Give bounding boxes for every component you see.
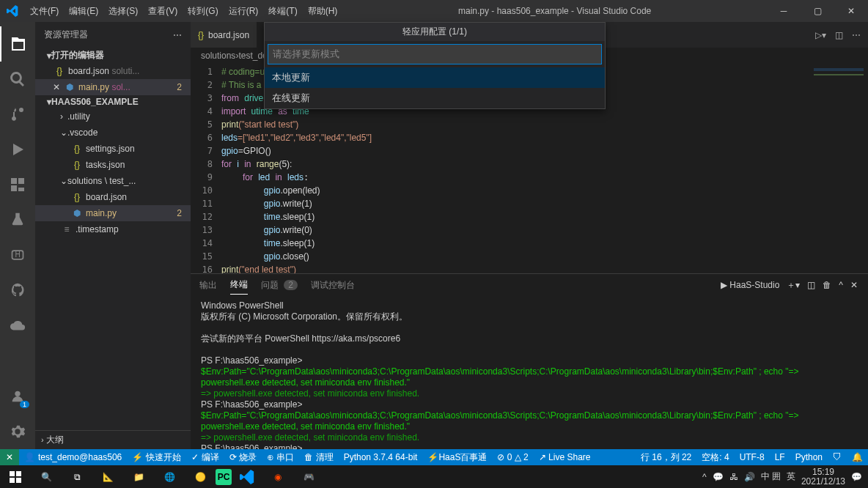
new-terminal-icon[interactable]: ＋▾ xyxy=(787,279,800,292)
tree-file[interactable]: {}tasks.json xyxy=(35,157,191,173)
more-icon[interactable]: ⋯ xyxy=(852,30,861,40)
tray-notifications-icon[interactable]: 💬 xyxy=(851,472,862,482)
status-bell-icon[interactable]: 🔔 xyxy=(847,449,868,465)
sidebar-more-icon[interactable]: ⋯ xyxy=(173,30,182,40)
status-haas[interactable]: ⚡HaaS百事通 xyxy=(422,449,492,465)
debug-icon[interactable] xyxy=(0,132,35,167)
pycharm-app-icon[interactable]: PC xyxy=(216,469,232,485)
menu-selection[interactable]: 选择(S) xyxy=(103,5,143,18)
svg-rect-4 xyxy=(16,471,21,476)
run-icon[interactable]: ▷▾ xyxy=(815,30,826,40)
account-icon[interactable]: 1 xyxy=(0,379,35,414)
svg-rect-3 xyxy=(10,471,15,476)
cloud-icon[interactable] xyxy=(0,308,35,343)
explorer-app-icon[interactable]: 📁 xyxy=(123,465,154,488)
panel-tabs: 输出 终端 问题 2 调试控制台 ▶ HaaS-Studio ＋▾ ◫ 🗑 ^ … xyxy=(191,274,868,296)
search-icon[interactable]: 🔍 xyxy=(31,465,62,488)
tree-file[interactable]: ⬢main.py2 xyxy=(35,205,191,221)
github-icon[interactable] xyxy=(0,273,35,308)
kill-terminal-icon[interactable]: 🗑 xyxy=(823,280,831,290)
app-icon[interactable]: 📐 xyxy=(92,465,123,488)
status-quickstart[interactable]: ⚡快速开始 xyxy=(127,449,186,465)
tree-file[interactable]: ≡.timestamp xyxy=(35,221,191,237)
open-editor-item[interactable]: ✕ ⬢ main.py sol... 2 xyxy=(35,79,191,95)
status-eol[interactable]: LF xyxy=(770,449,790,465)
panel-tab-problems[interactable]: 问题 2 xyxy=(261,276,298,295)
start-button[interactable] xyxy=(0,465,31,488)
panel-tab-debug[interactable]: 调试控制台 xyxy=(311,276,355,295)
tray-ime[interactable]: 中 囲 xyxy=(761,470,781,483)
gear-icon[interactable] xyxy=(0,414,35,449)
terminal-selector[interactable]: ▶ HaaS-Studio xyxy=(721,280,779,290)
open-editor-item[interactable]: {} board.json soluti... xyxy=(35,63,191,79)
status-remote-name[interactable]: 👤test_demo@haas506 xyxy=(19,449,127,465)
status-clean[interactable]: 🗑 清理 xyxy=(299,449,338,465)
app-icon[interactable]: 🎮 xyxy=(293,465,324,488)
status-indent[interactable]: 空格: 4 xyxy=(696,449,734,465)
tray-chevron-icon[interactable]: ^ xyxy=(702,472,707,482)
quick-pick-item[interactable]: 本地更新 xyxy=(265,67,605,88)
tab-board-json[interactable]: {}board.json xyxy=(191,22,257,48)
json-icon: {} xyxy=(53,66,66,76)
minimize-button[interactable]: ─ xyxy=(767,0,801,22)
quick-pick-item[interactable]: 在线更新 xyxy=(265,88,605,108)
tray-wechat-icon[interactable]: 💬 xyxy=(713,472,724,482)
status-feedback-icon[interactable]: ⛉ xyxy=(828,449,847,465)
edge-app-icon[interactable]: 🌐 xyxy=(154,465,185,488)
outline-header[interactable]: › 大纲 xyxy=(35,430,191,449)
status-liveshare[interactable]: ↗ Live Share xyxy=(534,449,596,465)
menu-help[interactable]: 帮助(H) xyxy=(303,5,343,18)
menu-edit[interactable]: 编辑(E) xyxy=(64,5,103,18)
system-tray[interactable]: ^ 💬 🖧 🔊 中 囲 英 15:192021/12/13 💬 xyxy=(702,467,868,487)
extensions-icon[interactable] xyxy=(0,167,35,202)
maximize-button[interactable]: ▢ xyxy=(801,0,834,22)
menu-view[interactable]: 查看(V) xyxy=(143,5,183,18)
menu-file[interactable]: 文件(F) xyxy=(25,5,64,18)
panel-tab-terminal[interactable]: 终端 xyxy=(230,276,248,295)
status-build[interactable]: ✓ 编译 xyxy=(186,449,224,465)
explorer-icon[interactable] xyxy=(0,26,35,62)
panel-tab-output[interactable]: 输出 xyxy=(199,276,217,295)
tray-lang[interactable]: 英 xyxy=(787,470,795,483)
close-panel-icon[interactable]: ✕ xyxy=(850,280,858,290)
close-button[interactable]: ✕ xyxy=(834,0,868,22)
vscode-app-icon[interactable] xyxy=(232,465,262,488)
tree-folder[interactable]: ⌄.vscode xyxy=(35,125,191,141)
taskview-icon[interactable]: ⧉ xyxy=(62,465,92,488)
status-encoding[interactable]: UTF-8 xyxy=(735,449,770,465)
scm-icon[interactable] xyxy=(0,97,35,132)
tree-file[interactable]: {}settings.json xyxy=(35,141,191,157)
menu-go[interactable]: 转到(G) xyxy=(183,5,223,18)
status-problems[interactable]: ⊘ 0 △ 2 xyxy=(492,449,533,465)
haas-icon[interactable]: H xyxy=(0,237,35,273)
remote-indicator[interactable]: ✕ xyxy=(0,449,19,465)
terminal-content[interactable]: Windows PowerShell 版权所有 (C) Microsoft Co… xyxy=(191,296,868,449)
svg-rect-6 xyxy=(16,478,21,483)
project-header[interactable]: ▾HAAS506_EXAMPLE xyxy=(35,95,191,108)
menu-terminal[interactable]: 终端(T) xyxy=(263,5,302,18)
status-language[interactable]: Python xyxy=(790,449,828,465)
menu-run[interactable]: 运行(R) xyxy=(224,5,264,18)
status-cursor[interactable]: 行 16，列 22 xyxy=(636,449,696,465)
split-terminal-icon[interactable]: ◫ xyxy=(807,280,815,290)
tree-folder[interactable]: ⌄solutions \ test_... xyxy=(35,173,191,189)
status-serial[interactable]: ⊕ 串口 xyxy=(262,449,299,465)
tree-file[interactable]: {}board.json xyxy=(35,189,191,205)
quick-pick-input[interactable]: 请选择更新模式 xyxy=(268,44,602,64)
beaker-icon[interactable] xyxy=(0,202,35,237)
tray-volume-icon[interactable]: 🔊 xyxy=(744,472,755,482)
minimap[interactable] xyxy=(809,64,868,273)
search-icon[interactable] xyxy=(0,62,35,97)
svg-rect-5 xyxy=(10,478,15,483)
open-editors-header[interactable]: ▾打开的编辑器 xyxy=(35,48,191,63)
split-icon[interactable]: ◫ xyxy=(835,30,843,40)
tree-folder[interactable]: ›.utility xyxy=(35,108,191,125)
tray-network-icon[interactable]: 🖧 xyxy=(729,472,738,482)
tray-clock[interactable]: 15:192021/12/13 xyxy=(801,467,845,487)
status-flash[interactable]: ⟳ 烧录 xyxy=(224,449,262,465)
chrome-app-icon[interactable]: 🟡 xyxy=(185,465,216,488)
maximize-panel-icon[interactable]: ^ xyxy=(839,280,843,290)
status-python[interactable]: Python 3.7.4 64-bit xyxy=(339,449,423,465)
svg-text:H: H xyxy=(15,251,20,259)
app-icon[interactable]: ◉ xyxy=(262,465,293,488)
